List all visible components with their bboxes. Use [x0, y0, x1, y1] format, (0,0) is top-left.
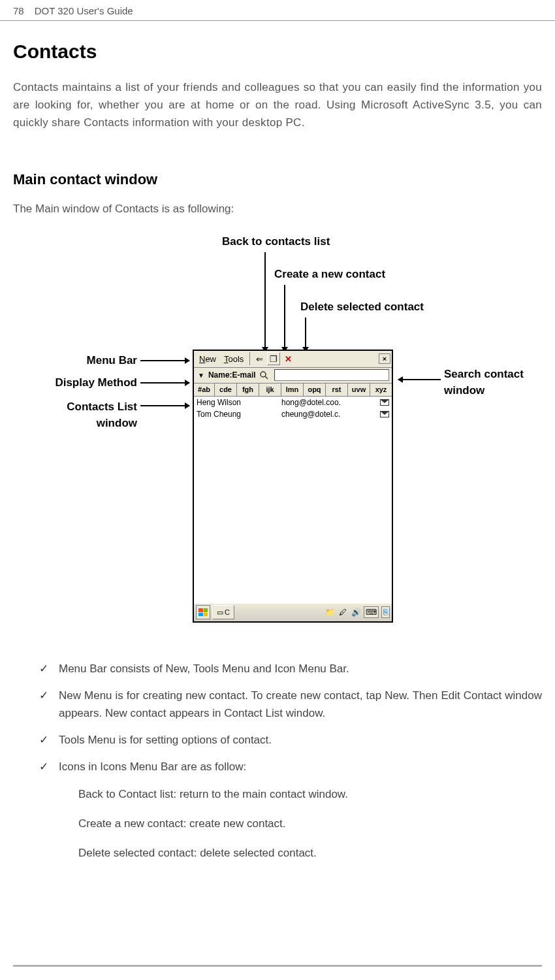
callout-display-method: Display Method	[16, 376, 137, 389]
contact-row[interactable]: Heng Wilson hong@dotel.coo.	[194, 397, 392, 408]
display-method-label[interactable]: Name:E-mail	[208, 370, 256, 380]
start-button[interactable]	[196, 605, 210, 619]
footer-rule	[13, 965, 542, 967]
arrow-contacts-list	[140, 405, 189, 406]
keyboard-icon[interactable]: ⌨	[364, 606, 379, 618]
alpha-index-row: #ab cde fgh ijk lmn opq rst uvw xyz	[194, 384, 392, 397]
list-item: Menu Bar consists of New, Tools Menu and…	[39, 660, 542, 678]
close-button[interactable]: ×	[379, 353, 390, 364]
page-number: 78	[13, 5, 24, 16]
alpha-tab[interactable]: lmn	[281, 384, 304, 396]
feature-list: Menu Bar consists of New, Tools Menu and…	[13, 660, 542, 862]
contact-row[interactable]: Tom Cheung cheung@dotel.c.	[194, 408, 392, 420]
arrow-back-to-list	[264, 252, 266, 351]
callout-create-new: Create a new contact	[274, 268, 385, 281]
list-item: Icons in Icons Menu Bar are as follow: B…	[39, 758, 542, 862]
desktop-show-icon[interactable]: ⎘	[381, 606, 390, 618]
sub-item: Back to Contact list: return to the main…	[78, 785, 542, 803]
contact-name: Heng Wilson	[197, 398, 281, 407]
taskbar-app-label: C	[225, 608, 230, 616]
contact-email: hong@dotel.coo.	[281, 398, 380, 407]
tray-icon[interactable]: 📁	[325, 607, 335, 617]
taskbar: ▭ C 📁 🖊 🔊 ⌨ ⎘	[194, 603, 392, 621]
search-input[interactable]	[274, 369, 389, 381]
sub-list: Back to Contact list: return to the main…	[78, 785, 542, 862]
list-item: Tools Menu is for setting options of con…	[39, 731, 542, 749]
contact-name: Tom Cheung	[197, 410, 281, 419]
tray-icon[interactable]: 🔊	[351, 607, 361, 617]
sub-item: Create a new contact: create new contact…	[78, 815, 542, 832]
alpha-tab[interactable]: xyz	[370, 384, 392, 396]
back-button[interactable]: ⇐	[253, 352, 266, 365]
taskbar-app-button[interactable]: ▭ C	[212, 605, 234, 619]
search-icon[interactable]	[259, 370, 269, 380]
delete-contact-button[interactable]: ✕	[281, 352, 294, 365]
alpha-tab[interactable]: cde	[215, 384, 237, 396]
subsection-intro: The Main window of Contacts is as follow…	[13, 203, 542, 216]
menu-bar: New Tools ⇐ ❐ ✕ ×	[194, 351, 392, 368]
callout-menu-bar: Menu Bar	[52, 354, 137, 367]
guide-title: DOT 320 User's Guide	[35, 5, 133, 16]
toolbar-separator	[249, 352, 250, 365]
mail-icon	[380, 411, 389, 417]
diagram: Back to contacts list Create a new conta…	[13, 235, 542, 640]
page-content: Contacts Contacts maintains a list of yo…	[0, 21, 555, 887]
section-title: Contacts	[13, 41, 542, 63]
system-tray: 📁 🖊 🔊 ⌨ ⎘	[325, 606, 390, 618]
arrow-menu-bar	[140, 360, 189, 361]
alpha-tab[interactable]: uvw	[348, 384, 370, 396]
arrow-display-method	[140, 382, 189, 384]
callout-back-to-list: Back to contacts list	[222, 235, 330, 248]
contacts-list-window: Heng Wilson hong@dotel.coo. Tom Cheung c…	[194, 397, 392, 603]
svg-line-1	[265, 376, 268, 379]
svg-point-0	[261, 372, 266, 377]
list-item-text: Icons in Icons Menu Bar are as follow:	[59, 760, 246, 773]
arrow-search-window	[398, 379, 441, 380]
list-item: New Menu is for creating new contact. To…	[39, 687, 542, 722]
callout-contacts-list-window: Contacts List window	[33, 399, 137, 432]
alpha-tab[interactable]: #ab	[194, 384, 215, 396]
alpha-tab[interactable]: fgh	[237, 384, 259, 396]
contact-email: cheung@dotel.c.	[281, 410, 380, 419]
windows-flag-icon	[198, 608, 208, 616]
callout-delete-selected: Delete selected contact	[300, 301, 424, 314]
dropdown-arrow-icon[interactable]: ▼	[197, 372, 206, 379]
subsection-title: Main contact window	[13, 171, 542, 188]
callout-search-window: Search contact window	[444, 366, 548, 399]
page-header: 78 DOT 320 User's Guide	[0, 0, 555, 21]
contacts-app-window: New Tools ⇐ ❐ ✕ × ▼ Name:E-mail #ab cde …	[193, 350, 393, 623]
alpha-tab[interactable]: ijk	[259, 384, 281, 396]
section-intro: Contacts maintains a list of your friend…	[13, 78, 542, 132]
menu-new[interactable]: New	[195, 353, 220, 365]
display-method-row: ▼ Name:E-mail	[194, 368, 392, 384]
arrow-delete-selected	[305, 318, 306, 351]
tray-icon[interactable]: 🖊	[338, 607, 348, 617]
app-icon: ▭	[217, 608, 223, 617]
arrow-create-new	[284, 285, 285, 351]
alpha-tab[interactable]: opq	[304, 384, 326, 396]
new-contact-button[interactable]: ❐	[267, 352, 280, 365]
sub-item: Delete selected contact: delete selected…	[78, 844, 542, 862]
menu-tools[interactable]: Tools	[220, 353, 247, 365]
mail-icon	[380, 399, 389, 406]
alpha-tab[interactable]: rst	[326, 384, 348, 396]
